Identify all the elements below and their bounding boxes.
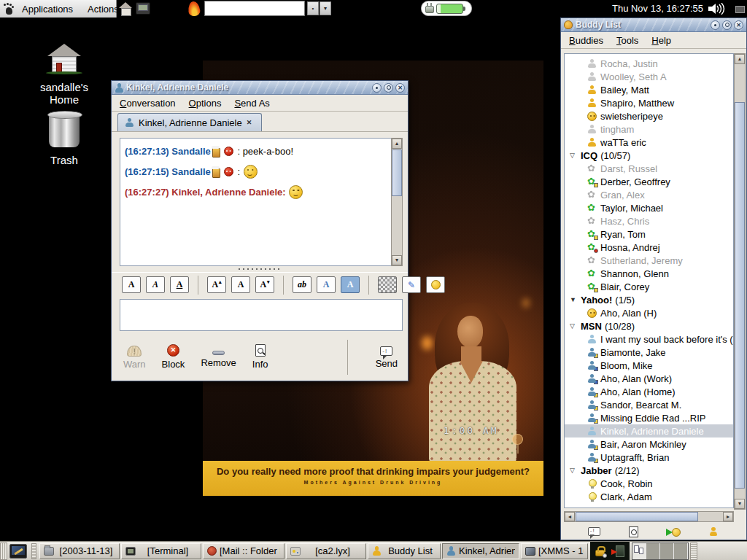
maximize-button[interactable] [722,20,732,30]
tray-icon[interactable] [735,6,745,13]
buddy-row[interactable]: I want my soul back before it's ( [565,332,733,346]
task-button[interactable]: Buddy List [368,543,441,559]
insert-smiley-button[interactable] [426,276,445,293]
task-button[interactable]: [ca2.lyx] [286,543,366,559]
scrollbar-thumb[interactable] [392,149,402,196]
buddy-row[interactable]: Ryan, Tom [565,228,733,241]
buddy-row[interactable]: Bloom, Mike [565,359,733,372]
buddy-row[interactable]: waTTa eric [565,136,733,149]
block-button[interactable]: Block [162,344,185,370]
buddy-row[interactable]: Hasz, Chris [565,214,733,228]
underline-button[interactable]: A [170,276,189,293]
panel-grip[interactable] [0,542,7,560]
warn-button[interactable]: Warn [123,344,146,370]
buddy-row[interactable]: Clark, Adam [565,490,733,503]
menu-tools[interactable]: Tools [610,34,645,47]
menu-buddies[interactable]: Buddies [562,34,610,47]
buddy-row[interactable]: Gran, Alex [565,188,733,201]
buddy-row[interactable]: Bair, Aaron Mckinley [565,438,733,451]
task-button[interactable]: [2003-11-13] [39,543,120,559]
im-button[interactable] [583,524,605,539]
background-color-button[interactable]: A [341,276,360,293]
scroll-down-icon[interactable]: ▾ [392,255,402,265]
trash-desktop-icon[interactable]: Trash [26,114,102,166]
volume-icon[interactable] [708,3,725,15]
scroll-down-icon[interactable]: ▾ [735,499,745,509]
menu-conversation[interactable]: Conversation [113,96,182,110]
lock-screen-button[interactable] [590,542,610,560]
info-button[interactable] [623,524,645,539]
monitor-pencil-icon[interactable] [9,544,27,559]
buddy-row[interactable]: Shapiro, Matthew [565,96,733,109]
scroll-left-icon[interactable]: ◂ [565,512,575,521]
send-button[interactable]: Send [376,345,398,369]
away-button[interactable] [703,524,724,539]
gnome-foot-icon[interactable] [4,3,15,15]
font-smaller-button[interactable]: A▾ [255,276,274,293]
buddy-row[interactable]: Uptagrafft, Brian [565,451,733,464]
buddy-row[interactable]: Aho, Alan (Home) [565,385,733,398]
scroll-up-icon[interactable]: ▴ [735,54,745,64]
search-dropdown-button[interactable]: ▾ [320,1,331,15]
buddy-row[interactable]: tingham [565,122,733,136]
message-input[interactable] [120,299,403,331]
buddy-group-row[interactable]: ▼Yahoo!(1/5) [565,293,733,306]
buddy-row[interactable]: Cook, Robin [565,477,733,490]
font-color-button[interactable]: A [317,276,336,293]
logout-button[interactable] [610,542,630,560]
buddy-row[interactable]: Missing Eddie Rad ...RIP [565,411,733,424]
conversation-tab[interactable]: Kinkel, Adrienne Daniele [117,113,262,131]
font-larger-button[interactable]: A▴ [207,276,226,293]
menu-options[interactable]: Options [182,96,228,110]
buddy-row[interactable]: Aho, Alan (Work) [565,372,733,385]
italic-button[interactable]: A [146,276,165,293]
buddy-list-titlebar[interactable]: Buddy List [561,18,746,32]
buddy-row[interactable]: Kinkel, Adrienne Daniele [565,424,733,438]
buddy-row[interactable]: Hosna, Andrej [565,241,733,254]
workspace-cell[interactable] [660,543,674,559]
menu-send-as[interactable]: Send As [228,96,276,110]
panel-search-input[interactable] [204,1,305,16]
buddy-list-hscrollbar[interactable]: ◂ ▸ [564,511,734,522]
task-button[interactable]: Kinkel, Adrienne [442,543,519,559]
buddy-row[interactable]: Woolley, Seth A [565,70,733,83]
remove-button[interactable]: Remove [201,346,236,368]
workspace-cell[interactable] [674,543,688,559]
scrollbar-thumb[interactable] [735,102,745,489]
buddy-row[interactable]: swietsheripeye [565,109,733,122]
buddy-list-scrollbar[interactable]: ▴ ▾ [734,53,746,510]
buddy-row[interactable]: Biamonte, Jake [565,346,733,359]
buddy-row[interactable]: Rocha, Justin [565,57,733,70]
task-button[interactable]: [Mail :: Folder N [203,543,285,559]
bold-button[interactable]: A [122,276,141,293]
close-button[interactable] [395,83,405,93]
workspace-cell[interactable] [632,543,646,559]
minimize-button[interactable] [372,83,382,93]
scrollbar-thumb[interactable] [576,512,698,521]
buddy-row[interactable]: Blair, Corey [565,280,733,293]
insert-link-button[interactable]: ✎ [402,276,421,293]
task-button[interactable]: [Terminal] [121,543,201,559]
battery-applet[interactable] [421,1,472,16]
home-launcher-icon[interactable] [119,1,133,15]
terminal-launcher-icon[interactable] [136,2,150,15]
buddy-row[interactable]: Aho, Alan (H) [565,306,733,319]
panel-clock[interactable]: Thu Nov 13, 16:27:55 [612,0,703,18]
buddy-row[interactable]: Sandor, Bearcat M. [565,398,733,411]
insert-image-button[interactable] [378,276,397,293]
home-desktop-icon[interactable]: sandalle's Home [26,44,102,106]
close-button[interactable] [734,20,743,30]
buddy-row[interactable]: Derber, Geoffrey [565,175,733,188]
menu-applications[interactable]: Applications [15,4,80,15]
tab-close-icon[interactable] [247,119,255,127]
buddy-group-row[interactable]: ▽ICQ(10/57) [565,149,733,162]
chat-button[interactable] [662,524,684,539]
menu-help[interactable]: Help [645,34,678,47]
message-scrollbar[interactable]: ▴ ▾ [391,138,403,266]
scroll-up-icon[interactable]: ▴ [392,139,402,149]
buddy-group-row[interactable]: ▽MSN(10/28) [565,319,733,332]
panel-grip[interactable] [690,542,697,560]
panel-grip[interactable] [31,543,36,559]
firebird-launcher-icon[interactable] [186,1,202,17]
resize-grip[interactable] [112,268,408,271]
